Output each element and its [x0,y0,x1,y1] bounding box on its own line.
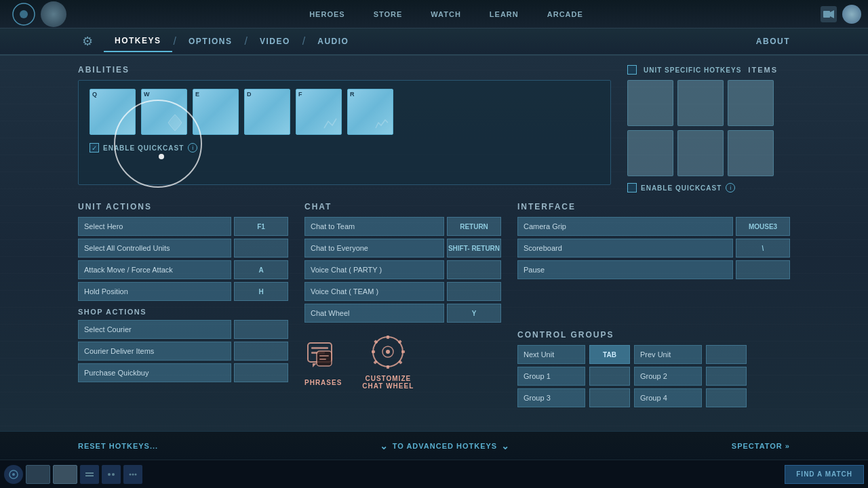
chevron-down-left-icon: ⌄ [380,441,389,451]
item-box-2[interactable] [677,80,724,126]
nav-learn[interactable]: LEARN [476,7,532,21]
tab-video[interactable]: VIDEO [249,31,301,52]
action-key-select-hero[interactable]: F1 [234,217,288,236]
action-label-courier: Select Courier [78,320,231,339]
items-title: ITEMS [748,66,778,74]
action-key-courier[interactable] [234,320,288,339]
svg-rect-16 [372,350,375,353]
cg-key-group2[interactable] [706,367,747,386]
nav-heroes[interactable]: HEROES [296,7,358,21]
item-box-1[interactable] [627,80,673,126]
bottom-bar: RESET HOTKEYS... ⌄ TO ADVANCED HOTKEYS ⌄… [0,431,868,460]
shop-actions-title: SHOP ACTIONS [78,308,288,316]
cg-key-prev-unit[interactable] [706,345,747,364]
item-box-3[interactable] [728,80,774,126]
abilities-quickcast-info[interactable]: i [188,143,197,152]
action-key-scoreboard[interactable]: \ [736,239,790,258]
cg-key-group1[interactable] [589,367,630,386]
action-key-attack-move[interactable]: A [234,260,288,279]
taskbar-home-icon[interactable] [4,465,23,484]
spectator-link[interactable]: SPECTATOR » [732,442,790,450]
action-key-select-all[interactable] [234,239,288,258]
tab-about[interactable]: ABOUT [756,37,790,46]
customize-chat-wheel-item[interactable]: CUSTOMIZECHAT WHEEL [362,333,414,390]
tab-hotkeys[interactable]: HOTKEYS [104,30,172,52]
ability-keys-row: Q W E D F [90,89,599,135]
svg-rect-17 [401,350,405,353]
action-row-quickbuy: Purchase Quickbuy [78,363,288,382]
action-label-select-hero: Select Hero [78,217,231,236]
action-label-pause: Pause [517,260,733,279]
action-key-hold[interactable]: H [234,282,288,301]
unit-specific-checkbox[interactable] [627,65,637,75]
taskbar-icon-3[interactable] [80,465,99,484]
action-label-scoreboard: Scoreboard [517,239,733,258]
nav-arcade[interactable]: ARCADE [534,7,597,21]
taskbar-btn-2[interactable] [53,465,77,484]
ability-key-q[interactable]: Q [90,89,136,135]
action-row-courier-deliver: Courier Deliver Items [78,342,288,361]
action-key-chat-wheel[interactable]: Y [447,304,501,323]
action-key-chat-team[interactable]: RETURN [447,217,501,236]
item-box-5[interactable] [677,130,724,176]
action-key-chat-everyone[interactable]: SHIFT- RETURN [447,239,501,258]
svg-marker-7 [313,363,317,367]
unit-actions-section: UNIT ACTIONS Select Hero F1 Select All C… [78,202,288,450]
ability-key-f[interactable]: F [296,89,342,135]
phrases-icon [304,338,342,375]
profile-avatar[interactable] [842,5,861,24]
phrases-label: PHRASES [304,379,342,386]
action-key-pause[interactable] [736,260,790,279]
ability-key-d[interactable]: D [244,89,290,135]
interface-title: INTERFACE [517,202,790,211]
ability-key-r[interactable]: R [347,89,393,135]
items-quickcast-checkbox[interactable] [627,183,637,192]
reset-hotkeys-link[interactable]: RESET HOTKEYS... [78,442,158,450]
ability-key-w[interactable]: W [141,89,187,135]
action-key-quickbuy[interactable] [234,363,288,382]
svg-point-30 [135,473,137,475]
unit-actions-title: UNIT ACTIONS [78,202,288,211]
advanced-hotkeys-link[interactable]: ⌄ TO ADVANCED HOTKEYS ⌄ [158,441,732,451]
nav-store[interactable]: STORE [360,7,416,21]
action-label-select-all: Select All Controlled Units [78,239,231,258]
settings-gear-icon: ⚙ [78,32,97,51]
control-groups-title: CONTROL GROUPS [517,330,790,340]
items-quickcast-row: ENABLE QUICKCAST i [627,183,790,192]
item-box-6[interactable] [728,130,774,176]
svg-rect-25 [85,475,94,476]
top-game-bar: HEROES STORE WATCH LEARN ARCADE [0,0,868,28]
cg-row-next-prev: Next Unit TAB Prev Unit [517,345,790,364]
cursor-dot [159,154,164,159]
abilities-quickcast-checkbox[interactable] [90,143,99,152]
tab-sep-3: / [301,35,307,47]
tab-options[interactable]: OPTIONS [178,31,243,52]
key-label-w: W [144,92,150,98]
phrases-row: PHRASES [304,333,501,390]
top-bar-right-icons [821,5,861,24]
item-box-4[interactable] [627,130,673,176]
user-avatar[interactable] [41,1,66,27]
items-section: UNIT SPECIFIC HOTKEYS ITEMS ENABLE QUICK… [627,65,790,192]
phrases-item[interactable]: PHRASES [304,338,342,386]
cg-key-next-unit[interactable]: TAB [589,345,630,364]
action-label-quickbuy: Purchase Quickbuy [78,363,231,382]
action-key-camera[interactable]: MOUSE3 [736,217,790,236]
ability-key-e[interactable]: E [193,89,239,135]
action-key-voice-party[interactable] [447,260,501,279]
taskbar-action-button[interactable]: FIND A MATCH [785,465,864,484]
taskbar-icon-5[interactable] [123,465,142,484]
svg-point-29 [132,473,134,475]
video-icon[interactable] [821,6,837,22]
cg-key-group4[interactable] [706,388,747,407]
interface-section: INTERFACE Camera Grip MOUSE3 Scoreboard … [517,202,790,322]
tab-audio[interactable]: AUDIO [307,31,359,52]
svg-rect-14 [387,336,389,339]
cg-key-group3[interactable] [589,388,630,407]
items-quickcast-info[interactable]: i [726,183,735,192]
taskbar-btn-1[interactable] [26,465,50,484]
action-key-voice-team[interactable] [447,282,501,301]
action-key-courier-deliver[interactable] [234,342,288,361]
taskbar-icon-4[interactable] [102,465,121,484]
nav-watch[interactable]: WATCH [417,7,475,21]
